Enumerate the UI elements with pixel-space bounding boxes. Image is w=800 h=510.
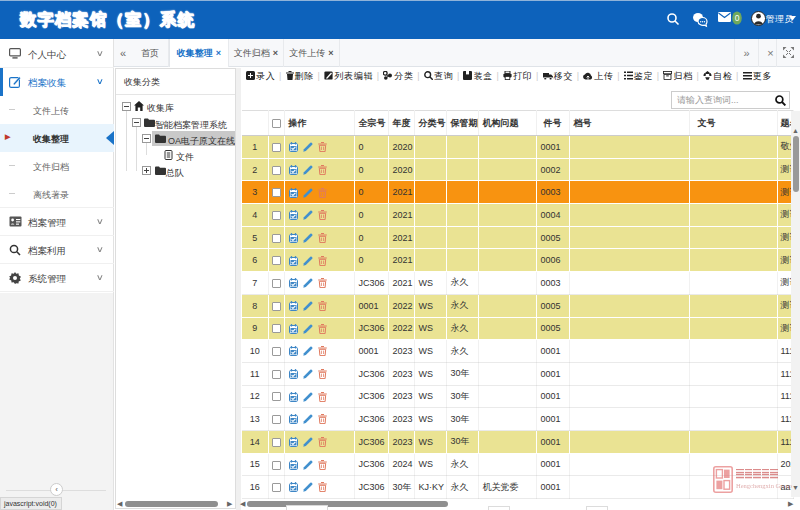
svg-text:0: 0 [735, 13, 740, 23]
